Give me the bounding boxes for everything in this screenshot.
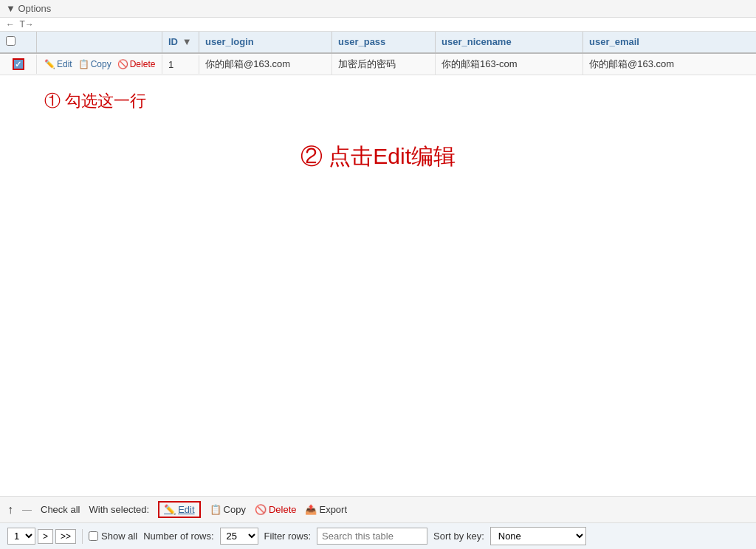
export-icon: 📤 (305, 504, 317, 515)
header-id[interactable]: ID ▼ (162, 32, 199, 52)
options-bar[interactable]: ▼ Options (0, 0, 756, 18)
row-user-pass: 加密后的密码 (332, 54, 436, 75)
filter-rows-label: Filter rows: (264, 531, 312, 542)
row-actions-cell: ✏️ Edit 📋 Copy 🚫 Delete (37, 55, 162, 74)
header-check[interactable] (0, 32, 37, 52)
annotation-top: ① 勾选这一行 (0, 75, 756, 127)
header-user-login[interactable]: user_login (199, 32, 332, 52)
copy-icon: 📋 (78, 59, 89, 69)
copy-icon: 📋 (210, 504, 221, 515)
row-checkbox-cell[interactable] (0, 55, 37, 74)
copy-button[interactable]: 📋 Copy (77, 58, 113, 70)
row-user-email: 你的邮箱@163.com (583, 54, 756, 75)
sort-key-label: Sort by key: (433, 531, 484, 542)
header-user-email[interactable]: user_email (583, 32, 756, 52)
page-select[interactable]: 1 (7, 528, 35, 545)
show-all-checkbox[interactable] (89, 531, 98, 541)
scroll-top-button[interactable]: ↑ (7, 503, 13, 517)
last-page-button[interactable]: >> (55, 529, 76, 544)
check-all-button[interactable]: Check all (41, 504, 80, 515)
with-selected-label: With selected: (89, 504, 149, 515)
row-user-login: 你的邮箱@163.com (199, 54, 332, 75)
show-all-container: Show all (89, 531, 137, 542)
bottom-delete-button[interactable]: 🚫 Delete (255, 504, 297, 515)
bottom-copy-button[interactable]: 📋 Copy (210, 504, 246, 515)
pencil-icon: ✏️ (44, 59, 55, 69)
header-user-nicename[interactable]: user_nicename (436, 32, 583, 52)
resize-bar: ← T→ (0, 18, 756, 32)
table-row: ✏️ Edit 📋 Copy 🚫 Delete 1 你的邮箱@163.com 加… (0, 54, 756, 75)
bottom-edit-button[interactable]: ✏️ Edit (158, 501, 200, 518)
annotation-bottom: ② 点击Edit编辑 (0, 127, 756, 179)
bottom-export-button[interactable]: 📤 Export (305, 504, 347, 515)
row-user-nicename: 你的邮箱163-com (436, 54, 583, 75)
show-all-label: Show all (101, 531, 137, 542)
delete-icon: 🚫 (117, 59, 128, 69)
delete-circle-icon: 🚫 (255, 504, 267, 515)
row-id: 1 (162, 55, 199, 74)
divider (82, 529, 83, 544)
row-checkbox[interactable] (13, 58, 24, 70)
bottom-filter-bar: 1 > >> Show all Number of rows: 25 50 10… (0, 522, 756, 549)
search-input[interactable] (317, 528, 427, 545)
header-actions (37, 32, 162, 52)
sort-key-select[interactable]: None ID user_login user_pass user_nicena… (490, 527, 586, 545)
options-label: ▼ Options (6, 3, 51, 14)
minus-icon: — (22, 504, 32, 515)
num-rows-select[interactable]: 25 50 100 (220, 528, 258, 545)
edit-button[interactable]: ✏️ Edit (43, 58, 74, 70)
pencil-icon: ✏️ (164, 504, 176, 515)
page-navigation: 1 > >> (7, 528, 76, 545)
sort-arrow-icon: ▼ (182, 36, 192, 47)
table-header: ID ▼ user_login user_pass user_nicename … (0, 32, 756, 54)
header-user-pass[interactable]: user_pass (332, 32, 436, 52)
table-container: ID ▼ user_login user_pass user_nicename … (0, 32, 756, 496)
bottom-action-bar: ↑ — Check all With selected: ✏️ Edit 📋 C… (0, 496, 756, 522)
next-page-button[interactable]: > (38, 529, 53, 544)
resize-icon: ← T→ (6, 19, 34, 30)
num-rows-label: Number of rows: (143, 531, 213, 542)
delete-button[interactable]: 🚫 Delete (116, 58, 157, 70)
header-checkbox[interactable] (6, 36, 16, 46)
row-actions-group: ✏️ Edit 📋 Copy 🚫 Delete (43, 58, 156, 70)
